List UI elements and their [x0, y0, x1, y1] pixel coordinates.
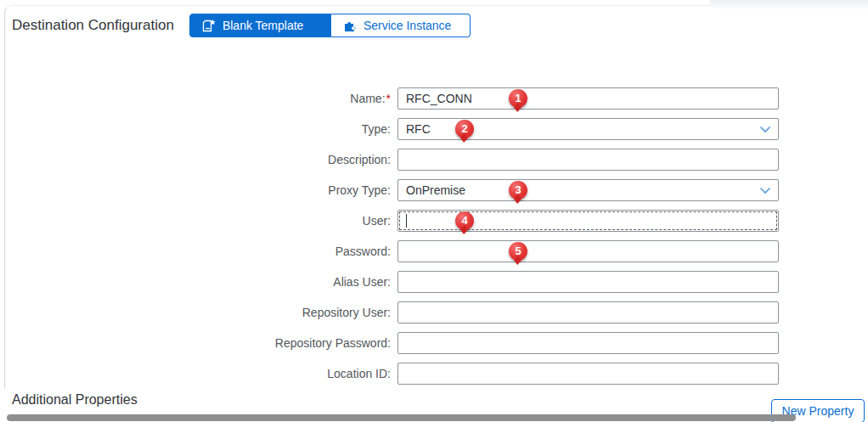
tab-label: Service Instance — [364, 19, 452, 32]
field-wrapper — [397, 363, 779, 385]
field-wrapper — [397, 149, 779, 171]
form-row: Name:* 1 — [0, 87, 868, 110]
annotation-badge-3: 3 — [509, 181, 527, 200]
annotation-badge-1: 1 — [509, 89, 527, 108]
chevron-down-icon[interactable] — [759, 126, 771, 133]
password-input[interactable] — [397, 240, 779, 262]
page-title: Destination Configuration — [12, 17, 174, 34]
field-wrapper — [397, 301, 779, 324]
destination-form: Name:* 1 Type:* 2 Description:* — [0, 87, 868, 393]
repository-user-input[interactable] — [397, 301, 779, 324]
annotation-badge-4: 4 — [455, 211, 474, 230]
form-row: Location ID:* — [0, 363, 868, 385]
field-label: User:* — [0, 214, 391, 228]
form-row: Password:* 5 — [0, 240, 868, 262]
top-right-shadow — [709, 0, 868, 8]
field-label: Repository User:* — [0, 306, 391, 319]
field-wrapper: 1 — [397, 87, 779, 110]
blank-template-icon — [202, 19, 217, 33]
tab-blank-template[interactable]: Blank Template — [189, 14, 331, 37]
alias-user-input[interactable] — [397, 271, 779, 293]
tab-label: Blank Template — [223, 19, 303, 32]
horizontal-scrollbar-thumb[interactable] — [7, 414, 796, 421]
repository-password-input[interactable] — [397, 332, 779, 354]
annotation-badge-5: 5 — [509, 242, 527, 261]
form-row: Description:* — [0, 149, 868, 171]
service-instance-icon — [343, 19, 358, 33]
location-id-input[interactable] — [397, 363, 779, 385]
template-switcher: Blank Template Service Instance — [189, 14, 471, 37]
field-wrapper — [397, 271, 779, 293]
additional-properties-title: Additional Properties — [12, 392, 138, 408]
field-label: Name:* — [0, 92, 391, 105]
annotation-badge-2: 2 — [455, 120, 474, 138]
proxy-type-select[interactable] — [397, 179, 779, 201]
field-wrapper — [397, 332, 779, 354]
field-label: Description:* — [0, 153, 391, 166]
field-label: Type:* — [0, 122, 391, 136]
form-row: User:* 4 — [0, 210, 868, 232]
description-input[interactable] — [397, 149, 779, 171]
field-label: Alias User:* — [0, 275, 391, 289]
field-label: Password:* — [0, 245, 391, 258]
form-row: Repository User:* — [0, 301, 868, 324]
field-label: Repository Password:* — [0, 336, 391, 350]
name-input[interactable] — [397, 87, 779, 110]
field-label: Location ID:* — [0, 367, 391, 380]
header: Destination Configuration Blank Template — [12, 14, 471, 37]
field-wrapper: 4 — [397, 210, 779, 232]
form-row: Repository Password:* — [0, 332, 868, 354]
field-wrapper: 5 — [397, 240, 779, 262]
chevron-down-icon[interactable] — [759, 187, 771, 194]
form-row: Type:* 2 — [0, 118, 868, 140]
form-row: Proxy Type:* 3 — [0, 179, 868, 201]
field-label: Proxy Type:* — [0, 183, 391, 197]
tab-service-instance[interactable]: Service Instance — [331, 14, 471, 37]
field-wrapper: 2 — [397, 118, 779, 140]
form-row: Alias User:* — [0, 271, 868, 293]
destination-configuration-page: Destination Configuration Blank Template — [0, 0, 868, 422]
field-wrapper: 3 — [397, 179, 779, 201]
text-caret — [406, 214, 407, 228]
